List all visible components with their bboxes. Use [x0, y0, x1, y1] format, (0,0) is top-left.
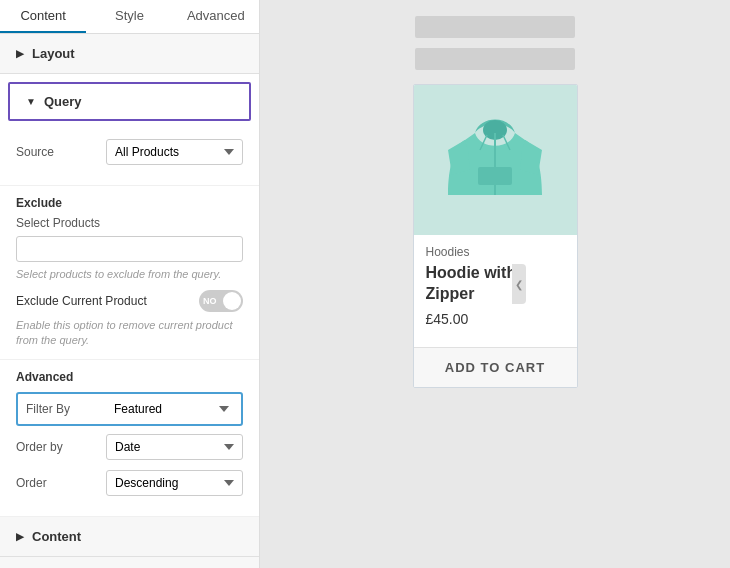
toggle-no-text: NO — [203, 296, 217, 306]
order-by-row: Order by Date Price Title Rating — [16, 434, 243, 460]
layout-section-header[interactable]: ▶ Layout — [0, 34, 259, 74]
exclude-heading: Exclude — [16, 196, 243, 210]
collapse-handle[interactable]: ❮ — [512, 264, 526, 304]
exclude-hint-text: Select products to exclude from the quer… — [16, 268, 243, 280]
exclude-current-row: Exclude Current Product NO — [16, 290, 243, 312]
exclude-current-label: Exclude Current Product — [16, 294, 147, 308]
right-panel: Hoodies Hoodie with Zipper £45.00 ADD TO… — [260, 0, 730, 568]
layout-section-label: Layout — [32, 46, 75, 61]
order-by-label: Order by — [16, 440, 106, 454]
source-section: Source All Products Featured Sale Best S… — [0, 129, 259, 186]
svg-rect-2 — [478, 167, 512, 185]
layout-arrow-icon: ▶ — [16, 48, 24, 59]
order-select[interactable]: Descending Ascending — [106, 470, 243, 496]
tab-style[interactable]: Style — [86, 0, 172, 33]
product-price: £45.00 — [426, 311, 565, 327]
advanced-heading: Advanced — [16, 370, 243, 384]
tab-advanced[interactable]: Advanced — [173, 0, 259, 33]
product-badges-section-header[interactable]: ▶ Product Badges — [0, 557, 259, 568]
query-arrow-icon: ▼ — [26, 96, 36, 107]
tabs: Content Style Advanced — [0, 0, 259, 34]
advanced-section: Advanced Filter By Featured Sale Best Se… — [0, 360, 259, 517]
product-name: Hoodie with Zipper — [426, 263, 565, 305]
exclude-section: Exclude Select Products Select products … — [0, 186, 259, 360]
product-card: Hoodies Hoodie with Zipper £45.00 ADD TO… — [413, 84, 578, 388]
exclude-products-input[interactable] — [16, 236, 243, 262]
source-select[interactable]: All Products Featured Sale Best Selling — [106, 139, 243, 165]
preview-bar-2 — [415, 48, 575, 70]
order-label: Order — [16, 476, 106, 490]
filter-by-label: Filter By — [26, 402, 106, 416]
content-arrow-icon: ▶ — [16, 531, 24, 542]
product-image-area — [414, 85, 577, 235]
filter-by-row: Filter By Featured Sale Best Selling Top… — [16, 392, 243, 426]
order-row: Order Descending Ascending — [16, 470, 243, 496]
content-section-header[interactable]: ▶ Content — [0, 517, 259, 557]
product-image — [440, 95, 550, 225]
order-by-select[interactable]: Date Price Title Rating — [106, 434, 243, 460]
toggle-knob — [223, 292, 241, 310]
filter-by-select[interactable]: Featured Sale Best Selling Top Rated — [106, 398, 233, 420]
left-panel: Content Style Advanced ▶ Layout ▼ Query … — [0, 0, 260, 568]
source-row: Source All Products Featured Sale Best S… — [16, 139, 243, 165]
select-products-label: Select Products — [16, 216, 243, 230]
exclude-current-hint: Enable this option to remove current pro… — [16, 318, 243, 349]
tab-content[interactable]: Content — [0, 0, 86, 33]
query-section-header[interactable]: ▼ Query — [8, 82, 251, 121]
query-section-label: Query — [44, 94, 82, 109]
collapse-icon: ❮ — [515, 279, 523, 290]
add-to-cart-button[interactable]: ADD TO CART — [414, 347, 577, 387]
content-section-label: Content — [32, 529, 81, 544]
product-info: Hoodies Hoodie with Zipper £45.00 — [414, 235, 577, 347]
preview-bar-1 — [415, 16, 575, 38]
product-category: Hoodies — [426, 245, 565, 259]
exclude-current-toggle[interactable]: NO — [199, 290, 243, 312]
source-label: Source — [16, 145, 106, 159]
